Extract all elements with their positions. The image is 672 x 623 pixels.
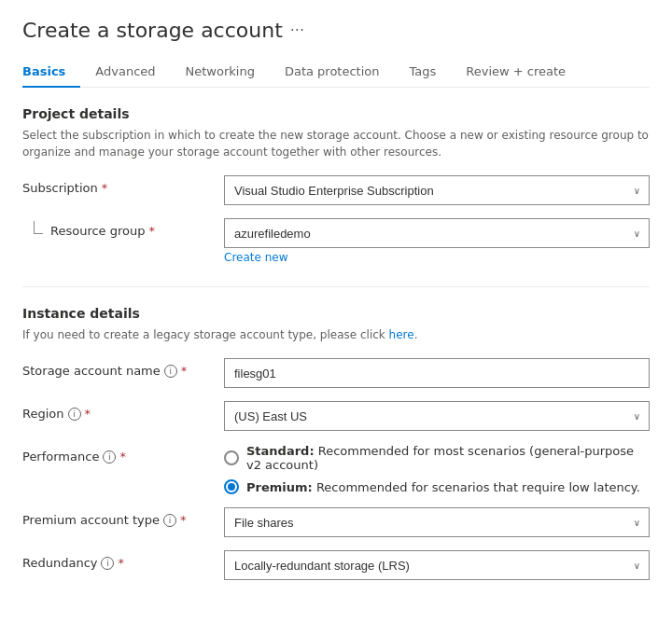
redundancy-select-wrapper: Locally-redundant storage (LRS) ∨ xyxy=(224,550,650,580)
region-control: (US) East US ∨ xyxy=(224,401,650,431)
storage-account-name-info-icon[interactable]: i xyxy=(164,365,177,378)
storage-account-name-control xyxy=(224,358,650,388)
tab-basics[interactable]: Basics xyxy=(22,57,80,88)
storage-account-name-input[interactable] xyxy=(224,358,650,388)
premium-account-type-row: Premium account type i * File shares ∨ xyxy=(22,507,650,537)
redundancy-select[interactable]: Locally-redundant storage (LRS) xyxy=(224,550,650,580)
resource-group-required: * xyxy=(149,224,156,238)
storage-account-name-required: * xyxy=(181,364,188,378)
performance-standard-option[interactable]: Standard: Recommended for most scenarios… xyxy=(224,444,650,472)
project-details-section: Project details Select the subscription … xyxy=(22,106,650,264)
redundancy-row: Redundancy i * Locally-redundant storage… xyxy=(22,550,650,580)
performance-row: Performance i * Standard: Recommended fo… xyxy=(22,444,650,494)
page-title: Create a storage account xyxy=(22,19,283,42)
subscription-control: Visual Studio Enterprise Subscription ∨ xyxy=(224,175,650,205)
performance-premium-label: Premium: Recommended for scenarios that … xyxy=(246,480,640,494)
subscription-row: Subscription * Visual Studio Enterprise … xyxy=(22,175,650,205)
premium-account-type-required: * xyxy=(180,513,187,527)
subscription-select[interactable]: Visual Studio Enterprise Subscription xyxy=(224,175,650,205)
resource-group-control: azurefiledemo ∨ Create new xyxy=(224,218,650,264)
performance-premium-option[interactable]: Premium: Recommended for scenarios that … xyxy=(224,479,650,494)
create-new-link[interactable]: Create new xyxy=(224,251,650,264)
instance-details-section: Instance details If you need to create a… xyxy=(22,306,650,580)
performance-info-icon[interactable]: i xyxy=(103,450,116,464)
redundancy-required: * xyxy=(118,556,124,570)
performance-radio-group: Standard: Recommended for most scenarios… xyxy=(224,444,650,494)
performance-label-col: Performance i * xyxy=(22,444,209,464)
region-info-icon[interactable]: i xyxy=(68,408,81,421)
instance-details-desc: If you need to create a legacy storage a… xyxy=(22,326,650,343)
project-details-desc: Select the subscription in which to crea… xyxy=(22,127,650,160)
performance-label: Performance i * xyxy=(22,450,209,464)
subscription-select-wrapper: Visual Studio Enterprise Subscription ∨ xyxy=(224,175,650,205)
region-required: * xyxy=(85,407,91,421)
redundancy-control: Locally-redundant storage (LRS) ∨ xyxy=(224,550,650,580)
premium-account-type-label: Premium account type i * xyxy=(22,513,209,527)
region-label: Region i * xyxy=(22,407,209,421)
resource-group-label: Resource group * xyxy=(50,224,155,238)
storage-account-name-label-col: Storage account name i * xyxy=(22,358,209,378)
resource-group-label-col: Resource group * xyxy=(22,218,209,238)
tab-tags[interactable]: Tags xyxy=(395,57,452,88)
corner-line-icon xyxy=(34,221,43,234)
performance-standard-label: Standard: Recommended for most scenarios… xyxy=(246,444,650,472)
region-label-col: Region i * xyxy=(22,401,209,421)
performance-standard-radio[interactable] xyxy=(224,450,239,465)
subscription-label-col: Subscription * xyxy=(22,175,209,195)
resource-group-select[interactable]: azurefiledemo xyxy=(224,218,650,248)
tab-bar: Basics Advanced Networking Data protecti… xyxy=(22,57,650,88)
tab-networking[interactable]: Networking xyxy=(171,57,270,88)
region-select-wrapper: (US) East US ∨ xyxy=(224,401,650,431)
subscription-label: Subscription * xyxy=(22,181,209,195)
tab-review-create[interactable]: Review + create xyxy=(451,57,581,88)
performance-premium-radio[interactable] xyxy=(224,479,239,494)
subscription-required: * xyxy=(102,181,108,195)
page-title-row: Create a storage account ··· xyxy=(22,19,650,42)
performance-control: Standard: Recommended for most scenarios… xyxy=(224,444,650,494)
storage-account-name-label: Storage account name i * xyxy=(22,364,209,378)
premium-account-type-info-icon[interactable]: i xyxy=(163,514,176,527)
performance-required: * xyxy=(119,450,126,464)
redundancy-label: Redundancy i * xyxy=(22,556,209,570)
redundancy-label-col: Redundancy i * xyxy=(22,550,209,570)
title-ellipsis-button[interactable]: ··· xyxy=(290,21,304,39)
redundancy-info-icon[interactable]: i xyxy=(101,557,114,570)
project-details-title: Project details xyxy=(22,106,650,121)
resource-group-indent: Resource group * xyxy=(22,224,209,238)
resource-group-select-wrapper: azurefiledemo ∨ xyxy=(224,218,650,248)
premium-account-type-label-col: Premium account type i * xyxy=(22,507,209,527)
tab-advanced[interactable]: Advanced xyxy=(80,57,170,88)
instance-details-title: Instance details xyxy=(22,306,650,321)
section-divider xyxy=(22,286,650,287)
premium-account-type-select[interactable]: File shares xyxy=(224,507,650,537)
tab-data-protection[interactable]: Data protection xyxy=(270,57,395,88)
region-select[interactable]: (US) East US xyxy=(224,401,650,431)
storage-account-name-row: Storage account name i * xyxy=(22,358,650,388)
premium-account-type-select-wrapper: File shares ∨ xyxy=(224,507,650,537)
legacy-storage-link[interactable]: here xyxy=(389,328,414,341)
region-row: Region i * (US) East US ∨ xyxy=(22,401,650,431)
premium-account-type-control: File shares ∨ xyxy=(224,507,650,537)
resource-group-row: Resource group * azurefiledemo ∨ Create … xyxy=(22,218,650,264)
